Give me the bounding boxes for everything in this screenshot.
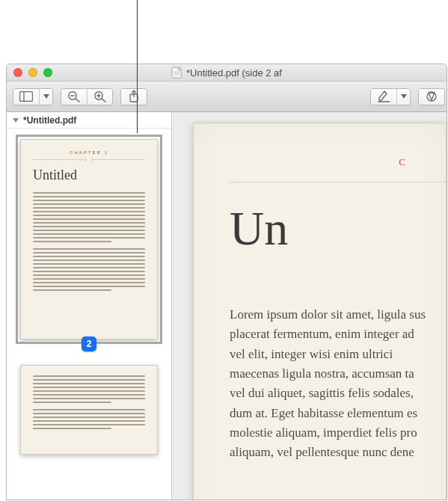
- window-title-text: *Untitled.pdf (side 2 af: [186, 67, 282, 79]
- view-mode-group: [13, 88, 53, 105]
- app-window: *Untitled.pdf (side 2 af: [6, 64, 447, 500]
- sidebar-doc-name: *Untitled.pdf: [23, 115, 76, 126]
- thumbnails-list: CHAPTER 1 Untitled: [7, 129, 171, 480]
- highlight-button[interactable]: [371, 89, 396, 105]
- thumb-text-placeholder: [33, 409, 145, 429]
- view-mode-dropdown[interactable]: [39, 89, 52, 105]
- markup-group: [370, 88, 411, 105]
- page-body-text: Lorem ipsum dolor sit amet, ligula sus p…: [230, 305, 446, 463]
- thumb-rule: [33, 159, 145, 160]
- toolbar: [7, 82, 447, 112]
- page-title: Un: [230, 205, 446, 253]
- traffic-lights: [7, 68, 52, 77]
- page-rule: [230, 182, 446, 182]
- highlight-dropdown[interactable]: [396, 89, 410, 105]
- thumbnail-page[interactable]: [20, 365, 158, 455]
- svg-line-12: [102, 99, 105, 102]
- thumb-text-placeholder: [33, 248, 145, 291]
- pdf-document-icon: [171, 67, 182, 79]
- zoom-window-button[interactable]: [43, 68, 52, 77]
- share-group: [120, 88, 147, 105]
- thumb-text-placeholder: [33, 192, 145, 242]
- thumbnail-page[interactable]: CHAPTER 1 Untitled: [20, 139, 158, 339]
- thumbnails-sidebar: *Untitled.pdf CHAPTER 1 Untitled: [7, 112, 172, 500]
- content-area: *Untitled.pdf CHAPTER 1 Untitled: [7, 112, 447, 500]
- svg-marker-7: [43, 94, 49, 99]
- main-document-view[interactable]: C Un Lorem ipsum dolor sit amet, ligula …: [172, 112, 447, 500]
- zoom-group: [61, 88, 113, 105]
- page-chapter-label: C: [230, 156, 446, 168]
- window-title: *Untitled.pdf (side 2 af: [171, 67, 282, 79]
- minimize-window-button[interactable]: [28, 68, 37, 77]
- zoom-out-button[interactable]: [61, 89, 87, 105]
- disclosure-triangle-icon: [13, 118, 19, 123]
- page-count-badge: 2: [82, 336, 96, 351]
- sidebar-doc-header[interactable]: *Untitled.pdf: [7, 112, 171, 129]
- svg-line-9: [76, 99, 79, 102]
- document-page: C Un Lorem ipsum dolor sit amet, ligula …: [193, 123, 447, 500]
- tool-group: [418, 88, 445, 105]
- svg-marker-17: [379, 91, 387, 100]
- thumb-title: Untitled: [33, 167, 145, 183]
- thumb-chapter-label: CHAPTER 1: [33, 150, 145, 155]
- window-titlebar: *Untitled.pdf (side 2 af: [7, 64, 447, 82]
- svg-rect-5: [20, 92, 33, 102]
- svg-marker-19: [401, 94, 407, 99]
- close-window-button[interactable]: [13, 68, 22, 77]
- sidebar-toggle-button[interactable]: [13, 89, 39, 105]
- thumbnail-page-preview: [20, 365, 158, 455]
- annotation-callout-line: [137, 0, 138, 133]
- thumb-text-placeholder: [33, 375, 145, 403]
- markup-tools-button[interactable]: [419, 89, 444, 105]
- zoom-in-button[interactable]: [87, 89, 112, 105]
- share-button[interactable]: [121, 89, 147, 105]
- thumbnail-page-preview: CHAPTER 1 Untitled: [20, 139, 158, 339]
